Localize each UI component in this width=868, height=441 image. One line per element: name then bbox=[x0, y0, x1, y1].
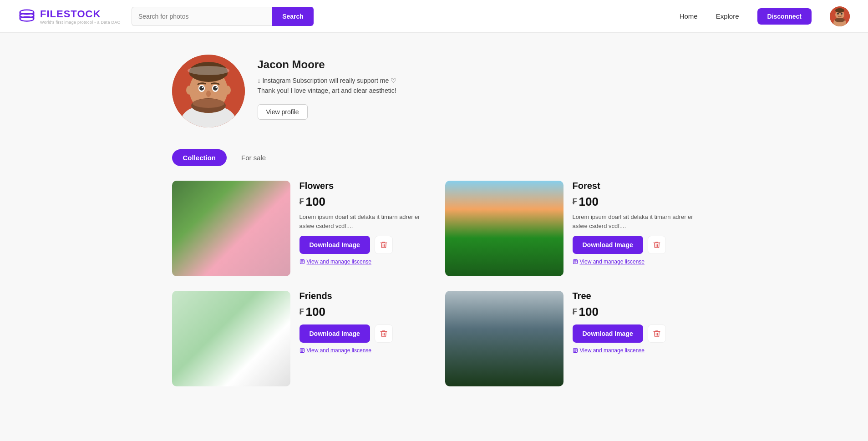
main-content: Jacon Moore ↓ Instagram Subscription wil… bbox=[161, 33, 707, 397]
search-button[interactable]: Search bbox=[272, 7, 314, 26]
delete-button-flowers[interactable] bbox=[375, 236, 393, 254]
profile-bio: ↓ Instagram Subscription will really sup… bbox=[258, 76, 397, 96]
view-profile-button[interactable]: View profile bbox=[258, 104, 308, 120]
photo-actions-flowers: Download Image bbox=[299, 236, 423, 254]
photo-title-tree: Tree bbox=[573, 291, 696, 301]
photo-price-forest: ₣ 100 bbox=[573, 195, 696, 209]
license-link-friends[interactable]: View and manage liscense bbox=[299, 347, 423, 354]
photo-card-friends: Friends ₣ 100 Download Image bbox=[172, 291, 423, 386]
svg-point-29 bbox=[188, 66, 229, 75]
photo-desc-flowers: Lorem ipsum doarl sit delaka it timarn a… bbox=[299, 213, 423, 230]
svg-point-11 bbox=[835, 18, 845, 22]
delete-button-forest[interactable] bbox=[648, 236, 666, 254]
license-link-forest[interactable]: View and manage liscense bbox=[573, 259, 696, 265]
photo-info-forest: Forest ₣ 100 Lorem ipsum doarl sit delak… bbox=[573, 181, 696, 265]
photo-desc-forest: Lorem ipsum doarl sit delaka it timarn a… bbox=[573, 213, 696, 230]
svg-point-10 bbox=[835, 8, 844, 13]
photo-card-forest: Forest ₣ 100 Lorem ipsum doarl sit delak… bbox=[445, 181, 696, 276]
delete-button-tree[interactable] bbox=[648, 324, 666, 343]
license-link-flowers[interactable]: View and manage liscense bbox=[299, 259, 423, 265]
photo-thumb-tree bbox=[445, 291, 563, 386]
logo-tagline: World's first image protocol - a Data DA… bbox=[40, 20, 121, 25]
tab-for-sale[interactable]: For sale bbox=[238, 149, 269, 166]
delete-button-friends[interactable] bbox=[375, 324, 393, 343]
trash-icon bbox=[380, 329, 388, 338]
nav-area: Home Explore Disconnect bbox=[325, 6, 850, 26]
photo-thumb-friends bbox=[172, 291, 290, 386]
photo-thumb-forest bbox=[445, 181, 563, 276]
license-icon bbox=[299, 348, 305, 353]
svg-point-23 bbox=[215, 87, 217, 88]
trash-icon bbox=[653, 329, 661, 338]
profile-avatar-image bbox=[172, 55, 245, 127]
search-input[interactable] bbox=[132, 7, 272, 26]
svg-point-24 bbox=[206, 91, 211, 97]
photo-price-friends: ₣ 100 bbox=[299, 305, 423, 319]
photo-card-flowers: Flowers ₣ 100 Lorem ipsum doarl sit dela… bbox=[172, 181, 423, 276]
price-symbol-friends: ₣ bbox=[299, 307, 304, 317]
photo-price-tree: ₣ 100 bbox=[573, 305, 696, 319]
profile-bio-line2: Thank you! I love vintage, art and clear… bbox=[258, 86, 397, 96]
profile-section: Jacon Moore ↓ Instagram Subscription wil… bbox=[172, 55, 696, 127]
svg-point-22 bbox=[202, 87, 203, 88]
photo-card-tree: Tree ₣ 100 Download Image bbox=[445, 291, 696, 386]
svg-point-20 bbox=[199, 86, 204, 91]
photo-info-tree: Tree ₣ 100 Download Image bbox=[573, 291, 696, 354]
download-button-flowers[interactable]: Download Image bbox=[299, 236, 370, 254]
avatar-icon bbox=[830, 6, 850, 26]
photo-price-flowers: ₣ 100 bbox=[299, 195, 423, 209]
logo-text-block: FILESTOCK World's first image protocol -… bbox=[40, 8, 121, 25]
nav-explore[interactable]: Explore bbox=[716, 12, 739, 20]
logo-name: FILESTOCK bbox=[40, 8, 121, 20]
svg-point-8 bbox=[837, 13, 839, 15]
svg-point-28 bbox=[224, 86, 231, 95]
license-icon bbox=[299, 259, 305, 264]
svg-point-27 bbox=[186, 86, 193, 95]
license-icon bbox=[573, 348, 578, 353]
photo-info-flowers: Flowers ₣ 100 Lorem ipsum doarl sit dela… bbox=[299, 181, 423, 265]
profile-name: Jacon Moore bbox=[258, 58, 397, 71]
photo-title-forest: Forest bbox=[573, 181, 696, 191]
search-area: Search bbox=[132, 7, 314, 26]
profile-avatar bbox=[172, 55, 245, 127]
photo-info-friends: Friends ₣ 100 Download Image bbox=[299, 291, 423, 354]
price-symbol-tree: ₣ bbox=[573, 307, 577, 317]
photo-title-flowers: Flowers bbox=[299, 181, 423, 191]
price-symbol-flowers: ₣ bbox=[299, 197, 304, 207]
download-button-tree[interactable]: Download Image bbox=[573, 324, 643, 343]
profile-info: Jacon Moore ↓ Instagram Subscription wil… bbox=[258, 55, 397, 120]
tab-collection[interactable]: Collection bbox=[172, 149, 227, 166]
photo-actions-friends: Download Image bbox=[299, 324, 423, 343]
download-button-friends[interactable]: Download Image bbox=[299, 324, 370, 343]
license-icon bbox=[573, 259, 578, 264]
profile-bio-line1: ↓ Instagram Subscription will really sup… bbox=[258, 76, 397, 86]
svg-point-9 bbox=[841, 13, 843, 15]
header: FILESTOCK World's first image protocol -… bbox=[0, 0, 868, 33]
photo-thumb-flowers bbox=[172, 181, 290, 276]
tabs-area: Collection For sale bbox=[172, 149, 696, 166]
logo-area: FILESTOCK World's first image protocol -… bbox=[18, 8, 121, 25]
photo-actions-forest: Download Image bbox=[573, 236, 696, 254]
photo-title-friends: Friends bbox=[299, 291, 423, 301]
download-button-forest[interactable]: Download Image bbox=[573, 236, 643, 254]
disconnect-button[interactable]: Disconnect bbox=[757, 8, 812, 25]
svg-point-26 bbox=[193, 99, 224, 108]
user-avatar-header[interactable] bbox=[830, 6, 850, 26]
photos-grid: Flowers ₣ 100 Lorem ipsum doarl sit dela… bbox=[172, 181, 696, 386]
photo-actions-tree: Download Image bbox=[573, 324, 696, 343]
nav-home[interactable]: Home bbox=[680, 12, 698, 20]
trash-icon bbox=[380, 241, 388, 249]
logo-icon bbox=[18, 8, 36, 25]
trash-icon bbox=[653, 241, 661, 249]
price-symbol-forest: ₣ bbox=[573, 197, 577, 207]
svg-point-21 bbox=[213, 86, 218, 91]
license-link-tree[interactable]: View and manage liscense bbox=[573, 347, 696, 354]
